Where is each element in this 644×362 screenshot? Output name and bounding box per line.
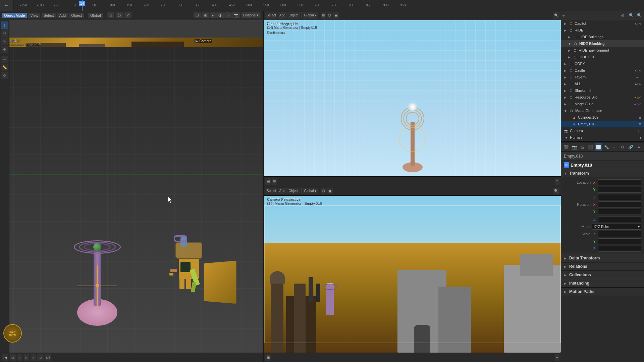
shading-mat[interactable]: ◑ bbox=[216, 12, 224, 18]
timeline-playhead[interactable]: 14 bbox=[82, 0, 83, 11]
cam-settings-btn[interactable]: ≡ bbox=[555, 354, 559, 361]
transform-header[interactable]: ▼ Transform bbox=[561, 169, 644, 177]
location-x-field[interactable] bbox=[598, 179, 641, 185]
rotate-tool[interactable]: ↻ bbox=[1, 29, 8, 37]
location-z-field[interactable] bbox=[598, 194, 641, 200]
prop-modifier-btn[interactable]: 🔧 bbox=[603, 143, 610, 151]
playback-prev[interactable]: ◁ bbox=[17, 354, 22, 361]
playback-prev-key[interactable]: ◁| bbox=[10, 354, 16, 361]
front-settings-btn[interactable]: ≡ bbox=[555, 178, 559, 185]
panel-icon-2[interactable]: 🔍 bbox=[627, 11, 635, 19]
outliner-item-castle[interactable]: ▶ ⬡ Castle ▲₂₇₂ bbox=[561, 67, 644, 74]
move-tool[interactable]: ↕ bbox=[1, 21, 8, 29]
cam-frame-btn[interactable]: ▣ bbox=[265, 354, 271, 361]
add-menu[interactable]: Add bbox=[57, 13, 68, 18]
cam-shading-btn[interactable]: ▣ bbox=[327, 188, 333, 194]
overlay-btn[interactable]: ⬡ bbox=[194, 12, 201, 18]
mode-value[interactable]: XYZ Euler ▾ bbox=[592, 224, 641, 230]
outliner-item-tavern[interactable]: ▶ ⬡ Tavern ▲₂₄ bbox=[561, 74, 644, 80]
rotation-x-field[interactable] bbox=[598, 201, 641, 207]
scale-z-field[interactable] bbox=[598, 246, 641, 252]
front-nav-btn2[interactable]: ⊞ bbox=[272, 178, 277, 185]
prop-material-btn[interactable]: ● bbox=[635, 143, 643, 151]
prop-output-btn[interactable]: 🖨 bbox=[579, 143, 586, 151]
front-nav-btn[interactable]: 🔍 bbox=[553, 12, 559, 19]
outliner-item-all[interactable]: ▶ ⬡ ALL ▲₃₈ₓ bbox=[561, 80, 644, 87]
cam-add-btn[interactable]: Add bbox=[278, 188, 287, 194]
prop-scene-btn[interactable]: 🎬 bbox=[562, 143, 570, 151]
front-add-btn[interactable]: Add bbox=[278, 12, 287, 19]
prop-physics-btn[interactable]: ⚙ bbox=[619, 143, 627, 151]
outliner-item-hide[interactable]: ▶ ⬡ HIDE bbox=[561, 27, 644, 34]
outliner-item-hide-env[interactable]: ▶ ⬡ HIDE Environment bbox=[561, 47, 644, 54]
outliner-item-capitol[interactable]: ▶ ⬡ Capitol ▲₂₇₂ bbox=[561, 20, 644, 27]
collections-header[interactable]: ▶ Collections bbox=[561, 271, 644, 279]
select-menu[interactable]: Select bbox=[42, 13, 56, 18]
options-btn[interactable]: Options ▾ bbox=[241, 12, 261, 18]
prop-object-btn[interactable]: ⬜ bbox=[595, 143, 602, 151]
outliner-item-hide-buildings[interactable]: ▶ ⬡ HIDE Buildings bbox=[561, 34, 644, 40]
mode-selector[interactable]: Object Mode bbox=[2, 13, 27, 18]
prop-render-btn[interactable]: 📷 bbox=[571, 143, 578, 151]
front-global-btn[interactable]: Global ▾ bbox=[303, 12, 318, 19]
outliner-item-hide-blocking[interactable]: ▼ ⬡ HIDE Blocking bbox=[561, 40, 644, 47]
object-menu[interactable]: Object bbox=[69, 13, 84, 18]
outliner-item-mana-gen[interactable]: ▼ ⬡ Mana Generator bbox=[561, 107, 644, 114]
snap-btn[interactable]: ⊞ bbox=[107, 12, 114, 18]
view-menu[interactable]: View bbox=[28, 13, 40, 18]
instancing-header[interactable]: ▶ Instancing bbox=[561, 279, 644, 287]
outliner-item-hide-001[interactable]: ▶ ⬡ HIDE.001 bbox=[561, 54, 644, 60]
relations-header[interactable]: ▶ Relations bbox=[561, 262, 644, 270]
camera-view-btn[interactable]: 📷 bbox=[231, 12, 240, 18]
proportional-btn[interactable]: ◎ bbox=[116, 12, 123, 18]
rotation-z-field[interactable] bbox=[598, 216, 641, 222]
playback-next-key[interactable]: |▷ bbox=[37, 354, 44, 361]
scale-y-field[interactable] bbox=[598, 238, 641, 244]
outliner-item-camera[interactable]: 📷 Camera ⬡ bbox=[561, 127, 644, 134]
outliner-item-empty-018[interactable]: ⊕ Empty.018 ⊕ bbox=[561, 121, 644, 127]
cam-filter-btn[interactable]: 🔍 bbox=[553, 188, 559, 194]
outliner-item-mage-guild[interactable]: ▶ ⬡ Mage Guild ▲△◁ bbox=[561, 101, 644, 107]
transform-tool[interactable]: ⊕ bbox=[1, 46, 8, 53]
shading-render[interactable]: ○ bbox=[224, 12, 231, 18]
panel-icon-1[interactable]: ⚙ bbox=[619, 11, 627, 19]
delta-header[interactable]: ▶ Delta Transform bbox=[561, 254, 644, 262]
front-overlay-btn[interactable]: ⬡ bbox=[327, 12, 332, 19]
global-toggle[interactable]: Global bbox=[88, 13, 103, 18]
scale-x-field[interactable] bbox=[598, 231, 641, 237]
transform-btn[interactable]: ⤢ bbox=[124, 12, 131, 18]
front-select-btn[interactable]: Select bbox=[265, 12, 277, 19]
front-shading-btn[interactable]: ▣ bbox=[333, 12, 339, 19]
prop-constraints-btn[interactable]: 🔗 bbox=[627, 143, 635, 151]
outliner-item-cylinder[interactable]: ▲ Cylinder.109 ⊕ bbox=[561, 114, 644, 121]
outliner-item-copy[interactable]: ▶ ⬡ COPY bbox=[561, 60, 644, 67]
cam-obj-btn[interactable]: Object bbox=[287, 188, 300, 194]
playback-play[interactable]: ▷ bbox=[24, 354, 29, 361]
shading-wire[interactable]: ▣ bbox=[202, 12, 209, 18]
timeline-ruler[interactable]: -150 -100 -50 0 14 50 100 150 200 250 30… bbox=[13, 0, 644, 11]
outliner-item-resource-silo[interactable]: ▶ ⬡ Resource Silo ▲△◁ bbox=[561, 94, 644, 101]
shading-solid[interactable]: ● bbox=[210, 12, 216, 18]
cam-global-btn[interactable]: Global ▾ bbox=[303, 188, 318, 194]
scale-tool[interactable]: ⤡ bbox=[1, 38, 8, 45]
prop-view-layer-btn[interactable]: ⬛ bbox=[587, 143, 594, 151]
viewport-camera[interactable]: Select Add Object Global ▾ ⬡ ▣ 🔍 Camera … bbox=[264, 186, 561, 362]
timeline-back-btn[interactable]: ← bbox=[0, 0, 13, 11]
front-frame-btn[interactable]: ▣ bbox=[265, 178, 271, 185]
viewport-3d-canvas[interactable]: POLY ROAD bbox=[0, 47, 263, 353]
measure-tool[interactable]: 📏 bbox=[1, 64, 8, 71]
outliner-item-blacksmith[interactable]: ▶ ⬡ Blacksmith bbox=[561, 87, 644, 94]
cam-overlay-btn[interactable]: ⬡ bbox=[321, 188, 326, 194]
location-y-field[interactable] bbox=[598, 187, 641, 193]
cam-select-btn[interactable]: Select bbox=[265, 188, 277, 194]
outliner-item-human[interactable]: ♦ Human ♦ bbox=[561, 134, 644, 141]
rotation-y-field[interactable] bbox=[598, 209, 641, 215]
viewport-front[interactable]: Select Add Object Global ▾ ⊞ ⬡ ▣ 🔍 Front… bbox=[264, 11, 561, 186]
playback-start[interactable]: |◀ bbox=[2, 354, 8, 361]
cursor-tool[interactable]: ⊹ bbox=[1, 72, 8, 79]
front-snap-btn[interactable]: ⊞ bbox=[321, 12, 326, 19]
playback-next[interactable]: ▷ bbox=[31, 354, 36, 361]
playback-end[interactable]: ▷| bbox=[45, 354, 51, 361]
annotate-tool[interactable]: ✏ bbox=[1, 56, 8, 63]
prop-particles-btn[interactable]: ⋯ bbox=[611, 143, 619, 151]
